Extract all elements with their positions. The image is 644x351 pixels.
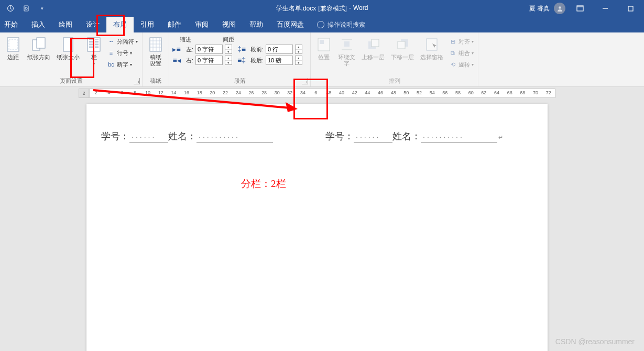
forward-label: 上移一层 [362, 54, 385, 60]
wrap-icon [339, 37, 355, 52]
group-page-setup: 边距 纸张方向 纸张大小 栏 ▾ [0, 32, 143, 86]
document-area: 学号： ······ 姓名： ·········· 学号： ······ 姓名：… [0, 100, 644, 351]
manuscript-button[interactable]: 稿纸 设置 [146, 36, 166, 68]
minimize-button[interactable] [595, 1, 616, 16]
tell-me-search[interactable]: 操作说明搜索 [311, 17, 372, 32]
ribbon-display-button[interactable] [570, 1, 591, 16]
ruler-tick: 44 [365, 90, 370, 95]
backward-icon [395, 37, 410, 52]
space-after-input[interactable] [266, 56, 293, 65]
avatar[interactable] [554, 3, 565, 14]
indent-left-label: 左: [183, 46, 193, 53]
tab-baidu[interactable]: 百度网盘 [270, 17, 311, 32]
ruler-tick: 68 [520, 90, 525, 95]
tab-start[interactable]: 开始 [0, 17, 25, 32]
paragraph-dialog-launcher[interactable] [302, 78, 308, 84]
hyphenation-button[interactable]: bc 断字 ▾ [106, 59, 139, 70]
title-right: 夏 睿真 [529, 1, 644, 16]
indent-right-stepper[interactable]: ▴▾ [225, 56, 232, 65]
breaks-button[interactable]: ╌ 分隔符 ▾ [106, 36, 139, 47]
svg-rect-34 [320, 40, 324, 44]
hyphenation-icon: bc [107, 60, 115, 69]
ruler-tick: 30 [275, 90, 280, 95]
quick-access-toolbar: ▾ [0, 4, 46, 13]
align-button[interactable]: ⊞ 对齐▾ [447, 36, 475, 47]
rotate-icon: ⟲ [449, 60, 457, 69]
group-manuscript: 稿纸 设置 稿纸 [143, 32, 169, 86]
size-button[interactable]: 纸张大小 [54, 36, 82, 61]
bring-forward-button: 上移一层 [359, 36, 387, 61]
user-name[interactable]: 夏 睿真 [529, 4, 550, 13]
tab-draw[interactable]: 绘图 [52, 17, 79, 32]
group-manuscript-label: 稿纸 [146, 76, 166, 86]
tab-mailings[interactable]: 邮件 [161, 17, 188, 32]
margins-button[interactable]: 边距 [3, 36, 23, 61]
ruler-tick: 58 [455, 90, 461, 95]
autosave-icon[interactable] [6, 4, 15, 13]
ruler-tick: 46 [378, 90, 383, 95]
underline-4: ·········· [421, 133, 497, 143]
tab-review[interactable]: 审阅 [188, 17, 215, 32]
tab-view[interactable]: 视图 [215, 17, 243, 32]
touch-mode-icon[interactable] [22, 4, 30, 13]
ruler-tick: 6 [121, 90, 123, 95]
ruler-tick: 8 [134, 90, 136, 95]
tab-help[interactable]: 帮助 [243, 17, 270, 32]
group-paragraph-label: 段落 [172, 76, 307, 86]
underline-3: ······ [354, 133, 392, 143]
watermark: CSDN @reasonsummer [555, 337, 635, 346]
ruler-tick: 66 [507, 90, 512, 95]
qat-dropdown-icon[interactable]: ▾ [38, 4, 46, 13]
group-btn-label: 组合 [459, 49, 470, 57]
title-bar: ▾ 学生名单.docx [兼容模式] - Word 夏 睿真 [0, 0, 644, 17]
line-numbers-button[interactable]: ≡ 行号 ▾ [106, 47, 139, 59]
title-dash: - [349, 4, 351, 13]
orientation-button[interactable]: 纸张方向 [25, 36, 52, 61]
space-before: ‡≡ 段前: ▴▾ [237, 45, 302, 54]
align-icon: ⊞ [449, 37, 457, 46]
margins-icon [5, 37, 21, 52]
ruler-tick: 60 [468, 90, 474, 95]
svg-point-3 [559, 6, 561, 9]
ruler-tick: 12 [158, 90, 163, 95]
horizontal-ruler[interactable]: 2468101214161820222426283032346384042444… [89, 89, 555, 98]
space-before-label: 段前: [248, 46, 264, 53]
field-name-1: 姓名： [168, 130, 197, 142]
tab-layout[interactable]: 布局 [106, 17, 134, 32]
space-before-stepper[interactable]: ▴▾ [295, 45, 302, 54]
ruler-tick: 18 [197, 90, 202, 95]
size-icon [60, 37, 76, 52]
group-page-setup-label: 页面设置 [3, 76, 139, 86]
group-arrange-label: 排列 [314, 76, 475, 86]
paragraph-mark: ↵ [498, 134, 503, 141]
selection-pane-button[interactable]: 选择窗格 [418, 36, 445, 61]
space-before-icon: ‡≡ [237, 45, 246, 53]
ruler-area: 2 24681012141618202224262830323463840424… [0, 87, 644, 100]
ruler-tick: 28 [261, 90, 267, 95]
maximize-button[interactable] [620, 1, 641, 16]
tab-references[interactable]: 引用 [134, 17, 161, 32]
indent-right-input[interactable] [195, 56, 223, 65]
chevron-down-icon: ▾ [130, 51, 132, 56]
svg-rect-26 [150, 38, 161, 51]
ruler-tick: 32 [287, 90, 292, 95]
page-setup-dialog-launcher[interactable] [134, 78, 140, 84]
chevron-down-icon: ▾ [93, 62, 95, 67]
rotate-label: 旋转 [459, 61, 470, 69]
group-arrange: 位置 环绕文 字 上移一层 下移一层 选择窗格 ⊞ 对齐▾ [311, 32, 478, 86]
tab-insert[interactable]: 插入 [25, 17, 52, 32]
forward-icon [365, 37, 381, 52]
underline-2: ·········· [197, 133, 273, 143]
arrange-small-buttons: ⊞ 对齐▾ ⧉ 组合▾ ⟲ 旋转▾ [447, 36, 475, 70]
space-before-input[interactable] [266, 45, 293, 54]
columns-button[interactable]: 栏 ▾ [84, 36, 104, 68]
tab-design[interactable]: 设计 [79, 17, 106, 32]
indent-left-stepper[interactable]: ▴▾ [225, 45, 232, 54]
columns-label: 栏 [91, 54, 97, 60]
space-after-stepper[interactable]: ▴▾ [295, 56, 302, 65]
ruler-tick: 10 [145, 90, 150, 95]
group-paragraph: 缩进 间距 ▸≡ 左: ▴▾ ≡◂ 右: ▴▾ [169, 32, 311, 86]
ruler-tick: 56 [442, 90, 447, 95]
annotation-text: 分栏：2栏 [241, 177, 286, 191]
indent-left-input[interactable] [195, 45, 223, 54]
